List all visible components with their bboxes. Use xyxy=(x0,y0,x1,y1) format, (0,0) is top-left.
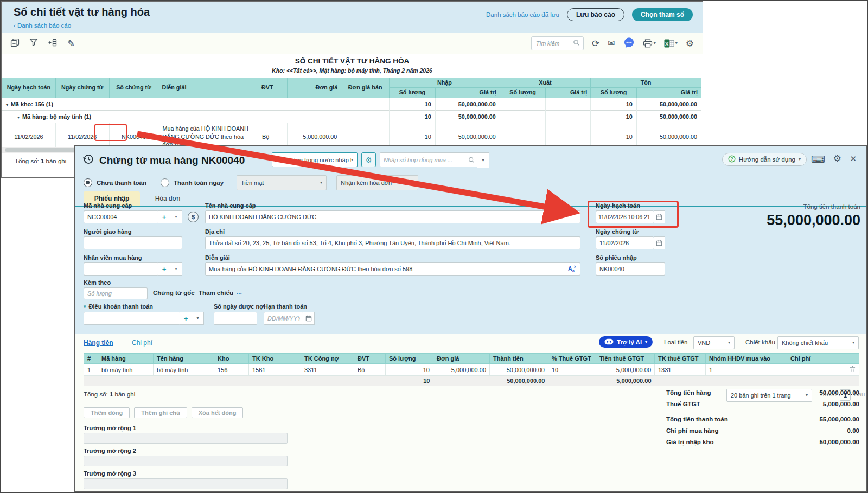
report-toolbar: ✎ ⟳ ✉ ▾ X▾ ⚙ xyxy=(2,33,703,54)
doc-date-input[interactable] xyxy=(596,236,654,249)
supplier-balance-icon[interactable]: $ xyxy=(188,212,199,222)
keyboard-shortcuts-icon[interactable]: ⌨ xyxy=(811,155,825,164)
buyer-input[interactable] xyxy=(84,262,158,276)
chat-icon[interactable] xyxy=(623,37,635,50)
add-terms-button[interactable]: + xyxy=(180,312,192,325)
item-col-header: TK Công nợ xyxy=(301,354,354,364)
item-col-header: Thành tiền xyxy=(490,354,548,364)
contract-dropdown-button[interactable]: ▾ xyxy=(477,152,489,168)
caret-down-icon: ▾ xyxy=(675,41,678,46)
search-icon xyxy=(573,39,580,48)
group-header-xuat: Xuất xyxy=(500,78,590,88)
report-window-header: Sổ chi tiết vật tư hàng hóa ‹ Danh sách … xyxy=(2,2,703,33)
group-row-warehouse[interactable]: ▾Mã kho: 156 (1) 10 50,000,000.00 10 50,… xyxy=(2,98,701,110)
ext-field-1-input[interactable] xyxy=(84,433,288,444)
supplier-dropdown-button[interactable]: ▾ xyxy=(170,210,182,223)
invoice-mode-dropdown[interactable]: Nhận kèm hóa đơn▾ xyxy=(336,175,418,190)
export-excel-button[interactable]: X▾ xyxy=(664,39,678,48)
tab-hang-tien[interactable]: Hàng tiền xyxy=(84,339,113,347)
ext-field-3-input[interactable] xyxy=(84,478,288,489)
filter-icon[interactable] xyxy=(29,38,38,49)
description-input[interactable] xyxy=(205,262,580,276)
sub-header: Giá trị xyxy=(636,88,701,98)
radio-pay-now[interactable] xyxy=(161,178,169,187)
collapse-triangle-icon[interactable]: ▾ xyxy=(17,115,20,120)
calendar-icon[interactable] xyxy=(654,236,665,249)
report-title: SỔ CHI TIẾT VẬT TƯ HÀNG HÓA xyxy=(2,57,703,65)
add-row-button[interactable]: Thêm dòng xyxy=(84,407,130,418)
total-payment-row-label: Tổng tiền thanh toán xyxy=(666,416,728,422)
item-col-header: Tiền thuế GTGT xyxy=(596,354,655,364)
contract-search-input[interactable] xyxy=(380,152,468,167)
ext-field-2-input[interactable] xyxy=(84,456,288,466)
currency-dropdown[interactable]: VND▾ xyxy=(693,336,735,349)
description-label: Diễn giải xyxy=(205,254,230,261)
delete-all-rows-button[interactable]: Xóa hết dòng xyxy=(192,407,244,418)
item-col-header: TK Kho xyxy=(249,354,301,364)
add-note-button[interactable]: Thêm ghi chú xyxy=(134,407,187,418)
address-input[interactable] xyxy=(205,236,580,249)
tab-chi-phi[interactable]: Chi phí xyxy=(132,339,152,347)
delete-row-trash-icon[interactable] xyxy=(850,367,856,374)
caret-down-icon: ▾ xyxy=(799,157,801,162)
add-supplier-button[interactable]: + xyxy=(158,210,170,223)
caret-down-icon: ▾ xyxy=(351,158,353,162)
grid-record-count: Tổng số: 1 bản ghi xyxy=(84,391,135,398)
item-col-header: TK thuế GTGT xyxy=(655,354,706,364)
buyer-label: Nhân viên mua hàng xyxy=(84,254,142,261)
posting-date-input[interactable] xyxy=(596,210,654,223)
tab-hoa-don[interactable]: Hóa đơn xyxy=(149,191,187,206)
search-input[interactable] xyxy=(535,40,571,47)
document-type-dropdown[interactable]: Mua hàng trong nước nhập kho▾ xyxy=(272,152,358,167)
saved-reports-link[interactable]: Danh sách báo cáo đã lưu xyxy=(486,11,559,18)
calendar-icon[interactable] xyxy=(303,312,315,325)
stock-in-value-label: Giá trị nhập kho xyxy=(666,439,714,445)
history-icon[interactable] xyxy=(82,153,94,167)
dialog-settings-gear-icon[interactable]: ⚙ xyxy=(833,154,841,163)
terms-dropdown-button[interactable]: ▾ xyxy=(192,312,204,325)
type-settings-gear-button[interactable]: ⚙ xyxy=(361,152,376,167)
currency-label: Loại tiền xyxy=(664,339,687,345)
buyer-dropdown-button[interactable]: ▾ xyxy=(170,262,182,276)
receipt-no-input[interactable] xyxy=(596,262,665,276)
edit-pencil-icon[interactable]: ✎ xyxy=(67,39,75,48)
due-date-input[interactable] xyxy=(264,312,303,325)
ai-assistant-button[interactable]: Trợ lý AI ▾ xyxy=(599,336,653,348)
discount-dropdown[interactable]: Không chiết khấu▾ xyxy=(777,336,859,349)
mail-icon[interactable]: ✉ xyxy=(608,39,615,48)
add-buyer-button[interactable]: + xyxy=(158,262,170,276)
payment-terms-input[interactable] xyxy=(84,312,180,325)
group-row-item[interactable]: ▾Mã hàng: bộ máy tính (1) 10 50,000,000.… xyxy=(2,110,701,123)
supplier-name-input[interactable] xyxy=(205,210,580,223)
calendar-icon[interactable] xyxy=(654,210,665,223)
print-button[interactable]: ▾ xyxy=(643,39,656,48)
refresh-icon[interactable]: ⟳ xyxy=(592,39,599,48)
attachment-qty-input[interactable] xyxy=(84,287,148,299)
translate-icon[interactable]: Aa xyxy=(567,265,577,275)
collapse-triangle-icon[interactable]: ▾ xyxy=(6,103,8,107)
settings-gear-icon[interactable]: ⚙ xyxy=(686,39,694,48)
add-column-icon[interactable] xyxy=(48,38,58,49)
deliverer-input[interactable] xyxy=(84,236,182,249)
choose-params-button[interactable]: Chọn tham số xyxy=(632,8,693,21)
help-guide-button[interactable]: ? Hướng dẫn sử dụng ▾ xyxy=(722,153,807,166)
payment-method-dropdown[interactable]: Tiền mặt▾ xyxy=(237,175,327,190)
item-col-header: Chi phí xyxy=(787,354,859,364)
reference-label: Tham chiếu xyxy=(199,290,233,296)
supplier-code-input[interactable] xyxy=(84,210,158,223)
more-link[interactable]: ... xyxy=(237,289,242,295)
save-report-button[interactable]: Lưu báo cáo xyxy=(567,8,624,21)
breadcrumb[interactable]: ‹ Danh sách báo cáo xyxy=(14,22,71,29)
radio-unpaid-label: Chưa thanh toán xyxy=(97,180,146,186)
sub-header: Giá trị xyxy=(546,88,591,98)
report-search[interactable] xyxy=(531,36,584,50)
search-icon xyxy=(468,152,477,167)
duplicate-icon[interactable] xyxy=(10,38,20,49)
debt-days-input[interactable] xyxy=(214,312,257,325)
close-icon[interactable]: ✕ xyxy=(850,155,857,163)
expand-triangle-icon[interactable]: ▾ xyxy=(84,304,86,309)
item-row[interactable]: 1 bộ máy tính bộ máy tính 156 1561 3311 … xyxy=(84,364,859,376)
radio-unpaid[interactable] xyxy=(84,178,92,187)
purchase-document-dialog: Chứng từ mua hàng NK00040 Mua hàng trong… xyxy=(74,145,867,492)
svg-text:a: a xyxy=(572,269,575,273)
